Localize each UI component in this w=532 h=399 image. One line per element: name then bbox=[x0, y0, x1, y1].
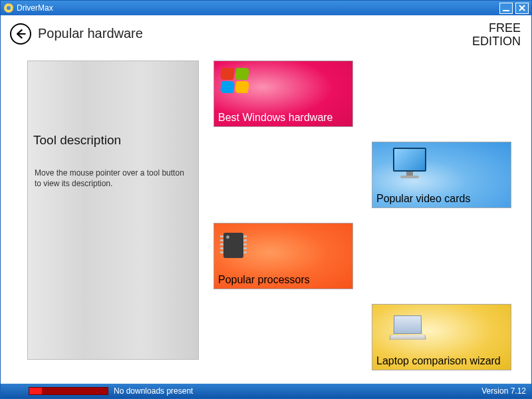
svg-point-1 bbox=[7, 6, 11, 10]
window-controls bbox=[499, 3, 529, 14]
windows-logo-icon bbox=[221, 68, 250, 97]
header-row: Popular hardware FREE EDITION bbox=[9, 23, 523, 50]
laptop-icon bbox=[390, 315, 426, 344]
cpu-chip-icon bbox=[223, 233, 243, 258]
window-title: DriverMax bbox=[17, 3, 53, 13]
edition-label: FREE EDITION bbox=[472, 22, 521, 49]
monitor-icon bbox=[391, 148, 428, 181]
statusbar: No downloads present Version 7.12 bbox=[1, 384, 531, 398]
version-text: Version 7.12 bbox=[481, 386, 526, 396]
page-title: Popular hardware bbox=[38, 26, 143, 41]
download-status-text: No downloads present bbox=[114, 386, 193, 396]
back-button[interactable] bbox=[10, 23, 31, 45]
titlebar: DriverMax bbox=[1, 1, 531, 15]
download-progress bbox=[29, 387, 108, 395]
content-area: Popular hardware FREE EDITION Tool descr… bbox=[1, 15, 531, 384]
minimize-button[interactable] bbox=[499, 3, 513, 14]
close-button[interactable] bbox=[515, 3, 529, 14]
download-progress-fill bbox=[29, 388, 42, 394]
svg-rect-2 bbox=[503, 10, 509, 11]
card-label: Popular video cards bbox=[376, 193, 470, 205]
card-label: Laptop comparison wizard bbox=[376, 355, 501, 367]
arrow-left-icon bbox=[14, 27, 27, 41]
tool-description-panel: Tool description Move the mouse pointer … bbox=[27, 61, 199, 360]
card-popular-processors[interactable]: Popular processors bbox=[213, 223, 353, 289]
card-popular-video-cards[interactable]: Popular video cards bbox=[372, 142, 511, 208]
card-laptop-comparison-wizard[interactable]: Laptop comparison wizard bbox=[372, 304, 511, 370]
tool-description-text: Move the mouse pointer over a tool butto… bbox=[35, 168, 192, 189]
edition-line1: FREE bbox=[472, 22, 521, 35]
tool-description-title: Tool description bbox=[33, 133, 121, 148]
card-best-windows-hardware[interactable]: Best Windows hardware bbox=[213, 61, 353, 127]
card-label: Popular processors bbox=[218, 274, 310, 286]
card-label: Best Windows hardware bbox=[218, 112, 333, 124]
app-icon bbox=[3, 3, 14, 13]
edition-line2: EDITION bbox=[472, 35, 521, 49]
